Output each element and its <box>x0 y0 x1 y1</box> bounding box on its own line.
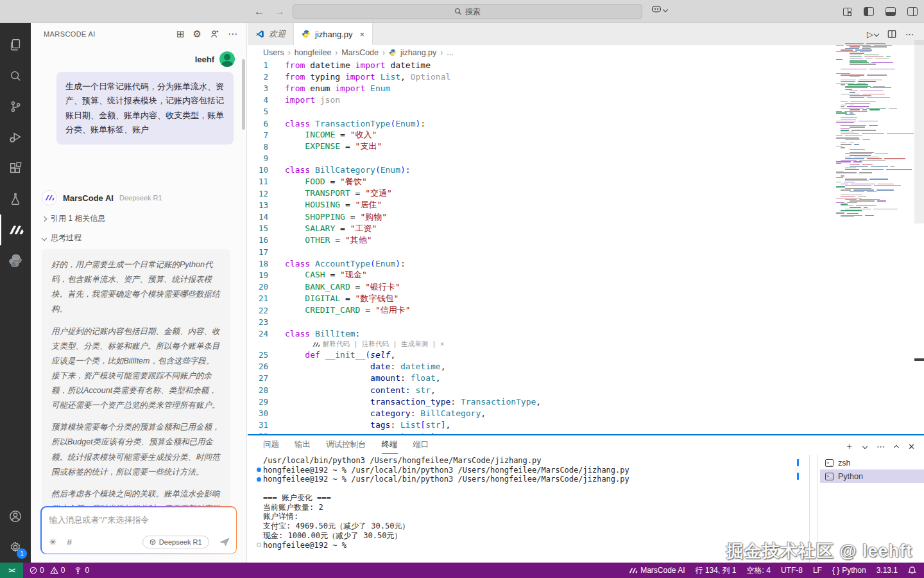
code-line: 27 amount: float, <box>248 372 924 384</box>
terminal-list-item-Python[interactable]: >_Python <box>820 469 924 483</box>
thinking-toggle[interactable]: 思考过程 <box>42 232 81 243</box>
language-mode[interactable]: { } Python <box>832 566 866 575</box>
activity-bar: 1 <box>0 23 31 563</box>
model-selector[interactable]: Deepseek R1 <box>142 536 209 548</box>
terminal-output[interactable]: /usr/local/bin/python3 /Users/hongfeilee… <box>254 456 809 560</box>
terminal-status-indicator <box>797 459 799 466</box>
run-debug-icon[interactable] <box>0 122 31 153</box>
tab-welcome[interactable]: 欢迎 <box>248 23 294 45</box>
chat-input[interactable]: 输入消息或者"/"来选择指令 ✳ # Deepseek R1 <box>42 507 236 554</box>
more-actions-icon[interactable]: ⋯ <box>228 28 237 40</box>
maximize-panel-icon[interactable] <box>894 445 899 450</box>
toggle-panel-icon[interactable] <box>886 7 896 16</box>
code-line: 6class TransactionType(Enum): <box>248 118 924 129</box>
settings-gear-icon[interactable]: 1 <box>0 532 31 563</box>
terminal-dropdown-icon[interactable] <box>862 444 868 449</box>
search-icon <box>454 8 462 15</box>
code-line: 13 HOUSING = "居住" <box>248 199 924 211</box>
python-file-icon <box>302 30 311 39</box>
notifications-bell-icon[interactable] <box>908 566 916 575</box>
command-center-search[interactable]: 搜索 <box>293 4 642 19</box>
watermark: 掘金技术社区 @ leehft <box>726 539 912 563</box>
new-terminal-icon[interactable]: ＋ <box>845 441 853 452</box>
panel-tab-输出[interactable]: 输出 <box>295 439 311 454</box>
source-control-icon[interactable] <box>0 91 31 122</box>
nav-forward-icon[interactable]: → <box>275 6 285 17</box>
toggle-secondary-sidebar-icon[interactable] <box>907 7 918 16</box>
editor-group: 欢迎 jizhang.py × ▷ ⋯ Users› hongfeilee› M… <box>248 23 924 434</box>
panel-more-icon[interactable]: ⋯ <box>877 442 885 451</box>
editor-tab-bar: 欢迎 jizhang.py × ▷ ⋯ <box>248 23 924 45</box>
user-avatar[interactable] <box>219 51 235 67</box>
breadcrumb[interactable]: Users› hongfeilee› MarsCode› jizhang.py›… <box>248 45 924 60</box>
indentation[interactable]: 空格: 4 <box>747 565 771 576</box>
editor-more-actions-icon[interactable]: ⋯ <box>905 30 914 39</box>
run-python-button[interactable]: ▷ <box>867 30 878 39</box>
nav-back-icon[interactable]: ← <box>254 6 264 17</box>
split-editor-icon[interactable] <box>887 30 896 39</box>
thinking-paragraph: 预算模块需要每个分类的预算金额和已用金额，所以Budget类应该有分类、预算金额… <box>51 420 221 480</box>
code-line: 2from typing import List, Optional <box>248 71 924 82</box>
code-line: 10class BillCategory(Enum): <box>248 164 924 176</box>
code-line: 30 category: BillCategory, <box>248 407 924 419</box>
minimap[interactable] <box>836 42 914 222</box>
panel-tab-终端[interactable]: 终端 <box>382 439 398 454</box>
panel-tab-调试控制台[interactable]: 调试控制台 <box>326 439 366 454</box>
problems-status[interactable]: 0 0 <box>30 566 65 575</box>
python-version[interactable]: 3.13.1 <box>877 566 898 575</box>
commands-icon[interactable]: ✳ <box>49 537 57 547</box>
code-line: 1from datetime import datetime <box>248 59 924 71</box>
terminal-list-item-zsh[interactable]: >_zsh <box>820 456 924 469</box>
vscode-icon <box>255 30 264 39</box>
eol[interactable]: LF <box>813 566 822 575</box>
chevron-right-icon <box>42 216 47 221</box>
ports-status[interactable]: 0 <box>74 566 89 575</box>
code-line: 24class BillItem: <box>248 328 924 339</box>
remote-indicator[interactable]: >< <box>0 563 23 578</box>
marscode-chat-panel: MARSCODE AI ⊞ ⚙ ⋯ leehf 生成一个日常记账代码，分为账单流… <box>31 23 247 563</box>
code-line: 17 <box>248 246 924 258</box>
extensions-icon[interactable] <box>0 153 31 184</box>
code-line: 20 BANK_CARD = "银行卡" <box>248 281 924 293</box>
cursor-position[interactable]: 行 134, 列 1 <box>696 565 737 576</box>
marscode-icon[interactable] <box>0 215 31 245</box>
reference-toggle[interactable]: 引用 1 相关信息 <box>42 213 105 224</box>
tab-close-icon[interactable]: × <box>360 30 365 39</box>
terminal-line: === 账户变化 === <box>254 493 809 503</box>
chat-settings-icon[interactable]: ⚙ <box>193 28 201 40</box>
profile-icon[interactable] <box>210 30 219 39</box>
panel-tab-问题[interactable]: 问题 <box>263 439 279 454</box>
terminal-icon: >_ <box>825 473 834 480</box>
code-editor[interactable]: 1from datetime import datetime2from typi… <box>248 59 924 434</box>
terminal-line: hongfeilee@192 ~ % <box>254 540 809 550</box>
accounts-icon[interactable] <box>0 501 31 532</box>
new-chat-icon[interactable]: ⊞ <box>176 28 185 40</box>
testing-icon[interactable] <box>0 184 31 215</box>
explorer-icon[interactable] <box>0 30 31 60</box>
title-bar: ← → 搜索 <box>0 0 924 23</box>
terminal-list: >_zsh>_Python <box>820 456 924 483</box>
context-hash-icon[interactable]: # <box>67 537 72 547</box>
copilot-button[interactable] <box>651 5 667 13</box>
tab-jizhang-py[interactable]: jizhang.py × <box>294 23 373 45</box>
code-line: 5 <box>248 106 924 118</box>
marscode-codelens[interactable]: 解释代码 | 注释代码 | 生成单测 | × <box>248 340 924 349</box>
copilot-icon <box>651 5 662 13</box>
terminal-line: 现金: 1000.00元（减少了 30.50元） <box>254 531 809 541</box>
panel-tab-端口[interactable]: 端口 <box>413 439 429 454</box>
toggle-sidebar-icon[interactable] <box>864 7 874 16</box>
warning-icon <box>50 566 58 574</box>
python-extension-icon[interactable] <box>0 245 31 276</box>
editor-scrollbar[interactable] <box>914 23 924 434</box>
terminal-line: 当前账户数量: 2 <box>254 503 809 512</box>
close-panel-icon[interactable]: ✕ <box>908 442 915 451</box>
sidebar-scrollbar[interactable] <box>242 59 245 130</box>
marscode-status[interactable]: MarsCode AI <box>628 566 685 575</box>
code-line: 7 INCOME = "收入" <box>248 129 924 141</box>
search-view-icon[interactable] <box>0 60 31 91</box>
broadcast-icon <box>74 566 82 574</box>
customize-layout-icon[interactable] <box>843 7 852 16</box>
encoding[interactable]: UTF-8 <box>781 566 803 575</box>
send-icon[interactable] <box>219 537 230 547</box>
code-line: 26 date: datetime, <box>248 361 924 372</box>
